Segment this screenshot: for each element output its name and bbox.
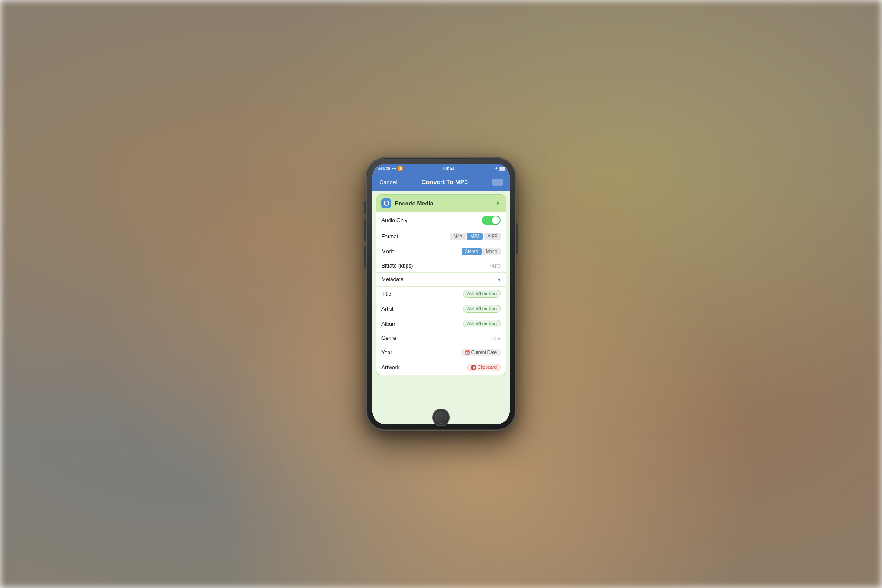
title-ask-badge[interactable]: Ask When Run [463, 290, 501, 298]
bitrate-label: Bitrate (kbps) [381, 263, 413, 269]
album-label: Album [381, 321, 396, 327]
card-header: Encode Media ✦ [376, 195, 506, 212]
toggle-knob [492, 216, 500, 224]
volume-down-button [364, 246, 366, 268]
status-bar-left: Search ▪▪▪ 📶 [377, 166, 403, 171]
status-bar-right: ✦ ▓▓ [495, 167, 505, 171]
format-mp3-btn[interactable]: MP3 [467, 233, 483, 240]
phone-screen: Search ▪▪▪ 📶 08:53 ✦ ▓▓ Cancel Convert T… [372, 164, 510, 424]
metadata-row[interactable]: Metadata ▾ [376, 273, 506, 287]
phone-device: Search ▪▪▪ 📶 08:53 ✦ ▓▓ Cancel Convert T… [366, 157, 516, 431]
card-header-left: Encode Media [381, 198, 433, 208]
calendar-icon: 📅 [465, 350, 470, 355]
format-segmented: M4A MP3 AIFF [450, 233, 501, 240]
year-row: Year 📅 Current Date [376, 345, 506, 360]
year-date-badge[interactable]: 📅 Current Date [461, 349, 501, 356]
mute-button [364, 201, 366, 214]
metadata-chevron-icon: ▾ [498, 276, 501, 283]
mode-row: Mode Stereo Mono [376, 244, 506, 259]
wifi-icon: 📶 [398, 166, 403, 171]
artwork-label: Artwork [381, 365, 400, 371]
clipboard-icon: 📋 [471, 365, 476, 370]
mode-mono-btn[interactable]: Mono [482, 248, 501, 255]
title-label: Title [381, 291, 391, 297]
genre-label: Genre [381, 335, 396, 341]
volume-up-button [364, 219, 366, 241]
carrier-text: Search [377, 166, 390, 171]
artist-ask-badge[interactable]: Ask When Run [463, 305, 501, 313]
album-row: Album Ask When Run [376, 316, 506, 331]
audio-only-row: Audio Only [376, 212, 506, 229]
mode-segmented: Stereo Mono [462, 248, 501, 255]
year-label: Year [381, 350, 392, 356]
encode-icon-inner [384, 201, 389, 206]
album-ask-badge[interactable]: Ask When Run [463, 320, 501, 327]
mode-stereo-btn[interactable]: Stereo [462, 248, 482, 255]
artist-label: Artist [381, 306, 393, 312]
clipboard-badge-text: Clipboard [478, 365, 497, 370]
date-badge-text: Current Date [471, 350, 497, 355]
home-button[interactable] [432, 409, 450, 426]
title-row: Title Ask When Run [376, 287, 506, 301]
bitrate-value: Auto [490, 263, 501, 269]
format-m4a-btn[interactable]: M4A [450, 233, 466, 240]
home-button-inner [435, 411, 447, 424]
genre-value: Indie [489, 335, 501, 341]
card-expand-icon[interactable]: ✦ [495, 200, 501, 207]
nav-title: Convert To MP3 [421, 179, 468, 186]
card-title: Encode Media [395, 200, 433, 207]
audio-only-label: Audio Only [381, 217, 407, 223]
artwork-clipboard-badge[interactable]: 📋 Clipboard [467, 364, 501, 371]
main-content: Encode Media ✦ Audio Only [372, 191, 510, 424]
audio-only-toggle[interactable] [482, 216, 501, 225]
signal-icon: ▪▪▪ [392, 166, 396, 171]
metadata-label: Metadata [381, 276, 404, 283]
nav-action-button[interactable] [492, 179, 503, 186]
status-bar: Search ▪▪▪ 📶 08:53 ✦ ▓▓ [372, 164, 510, 173]
bluetooth-icon: ✦ [495, 167, 498, 171]
power-button [516, 223, 518, 254]
format-row: Format M4A MP3 AIFF [376, 229, 506, 244]
artist-row: Artist Ask When Run [376, 301, 506, 316]
bitrate-row: Bitrate (kbps) Auto [376, 259, 506, 273]
time-display: 08:53 [443, 166, 455, 171]
format-label: Format [381, 234, 398, 240]
mode-label: Mode [381, 249, 395, 255]
navigation-bar: Cancel Convert To MP3 [372, 173, 510, 191]
battery-icon: ▓▓ [499, 167, 505, 171]
phone-body: Search ▪▪▪ 📶 08:53 ✦ ▓▓ Cancel Convert T… [366, 157, 516, 431]
artwork-row: Artwork 📋 Clipboard [376, 360, 506, 375]
genre-row: Genre Indie [376, 331, 506, 345]
encode-icon [381, 198, 391, 208]
format-aiff-btn[interactable]: AIFF [484, 233, 501, 240]
cancel-button[interactable]: Cancel [379, 179, 397, 186]
encode-media-card: Encode Media ✦ Audio Only [376, 194, 506, 375]
